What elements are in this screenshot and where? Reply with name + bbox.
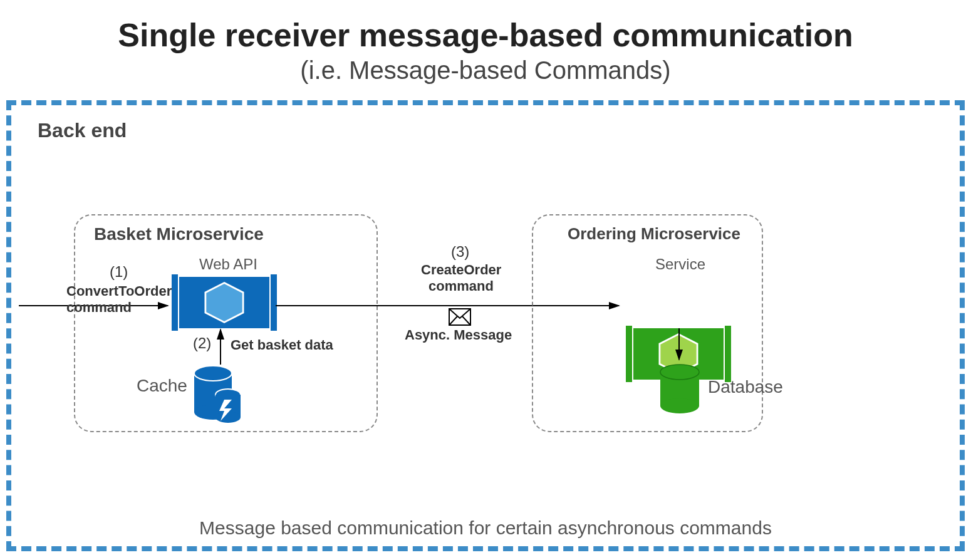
- diagram-subtitle: (i.e. Message-based Commands): [0, 56, 971, 85]
- cache-label: Cache: [137, 376, 187, 396]
- database-icon: [659, 363, 700, 415]
- arrow-service-to-db: [672, 327, 687, 365]
- diagram-title: Single receiver message-based communicat…: [0, 16, 971, 54]
- cache-icon: [193, 363, 244, 426]
- step-1-line1: ConvertToOrder: [66, 283, 172, 299]
- ordering-title: Ordering Microservice: [568, 224, 740, 244]
- step-3-number: (3): [451, 243, 469, 261]
- arrow-get-basket-data: [213, 327, 228, 367]
- basket-title: Basket Microservice: [94, 224, 264, 244]
- envelope-icon: [449, 308, 471, 326]
- web-api-label: Web API: [199, 256, 257, 273]
- step-1-number: (1): [110, 263, 128, 281]
- hexagon-icon: [202, 281, 246, 324]
- step-3-line2: command: [428, 278, 494, 294]
- backend-label: Back end: [38, 119, 127, 142]
- svg-point-8: [215, 412, 241, 423]
- step-2-number: (2): [193, 334, 211, 352]
- ordering-microservice-box: [532, 214, 763, 432]
- async-message-label: Async. Message: [405, 327, 512, 343]
- svg-point-16: [660, 398, 699, 413]
- database-label: Database: [708, 377, 783, 397]
- service-label: Service: [655, 256, 705, 273]
- diagram-caption: Message based communication for certain …: [0, 517, 971, 539]
- step-2-label: Get basket data: [231, 337, 333, 353]
- step-3-line1: CreateOrder: [421, 262, 501, 278]
- web-api-icon: [174, 277, 274, 328]
- svg-marker-0: [205, 283, 243, 323]
- step-1-line2: command: [66, 299, 132, 316]
